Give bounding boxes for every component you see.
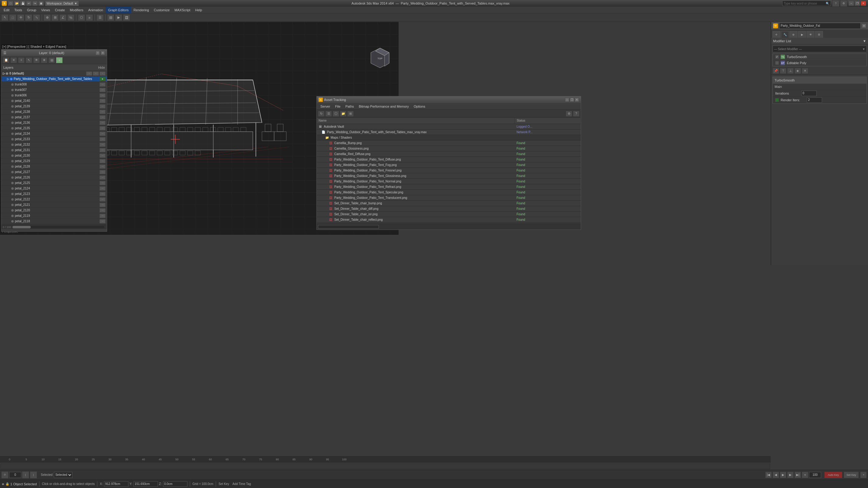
menu-animation[interactable]: Animation bbox=[86, 7, 105, 13]
modifier-check-icon[interactable]: ✓ bbox=[775, 55, 779, 59]
layer-item[interactable]: ▷ 0 (default) · · · bbox=[2, 71, 107, 76]
modifier-check-icon[interactable] bbox=[775, 61, 779, 65]
modifier-show-end-btn[interactable]: ⊤ bbox=[780, 68, 786, 74]
asset-menu-server[interactable]: Server bbox=[318, 104, 333, 109]
menu-edit[interactable]: Edit bbox=[1, 7, 12, 13]
menu-customize[interactable]: Customize bbox=[152, 7, 172, 13]
table-row[interactable]: 🖼 Party_Wedding_Outdoor_Patio_Tent_Fresn… bbox=[317, 167, 581, 173]
help-search-btn[interactable]: ? bbox=[832, 0, 839, 7]
layers-help-btn[interactable]: ? bbox=[96, 51, 100, 55]
set-key-btn[interactable]: Set Key bbox=[844, 471, 859, 478]
tab-display[interactable]: 👁 bbox=[807, 31, 814, 38]
table-row[interactable]: 📄 Party_Wedding_Outdoor_Patio_Tent_with_… bbox=[317, 129, 581, 135]
prev-frame-btn[interactable]: ◀ bbox=[772, 471, 779, 478]
layer-item[interactable]: petal_2137 ··· bbox=[2, 115, 107, 120]
save-btn[interactable]: 💾 bbox=[20, 1, 26, 6]
modifier-show-below-btn[interactable]: ⊥ bbox=[787, 68, 794, 74]
asset-menu-bitmap-perf[interactable]: Bitmap Performance and Memory bbox=[356, 104, 411, 109]
scale-tool[interactable]: ⤡ bbox=[33, 14, 40, 21]
percent-snap-tool[interactable]: % bbox=[67, 14, 74, 21]
right-panel-close-btn[interactable]: ✕ bbox=[862, 24, 866, 28]
asset-close-btn[interactable]: ✕ bbox=[575, 98, 579, 102]
layers-delete-btn[interactable]: ✕ bbox=[10, 57, 17, 63]
layer-item[interactable]: petal_2128 ··· bbox=[2, 164, 107, 169]
rotate-tool[interactable]: ↻ bbox=[25, 14, 32, 21]
minimize-btn[interactable]: − bbox=[848, 1, 854, 6]
tab-utilities[interactable]: ⚙ bbox=[815, 31, 823, 38]
asset-refresh-btn[interactable]: ↻ bbox=[318, 111, 324, 117]
layer-item[interactable]: petal_2124 ··· bbox=[2, 186, 107, 191]
table-row[interactable]: 🖼 Party_Wedding_Outdoor_Patio_Tent_Trans… bbox=[317, 195, 581, 200]
mirror-tool[interactable]: ⬡ bbox=[78, 14, 85, 21]
tab-create[interactable]: ✛ bbox=[772, 31, 780, 38]
reference-tool[interactable]: ⊕ bbox=[43, 14, 51, 21]
next-frame-btn[interactable]: ▶ bbox=[787, 471, 794, 478]
auto-key-btn[interactable]: Auto Key bbox=[824, 471, 842, 478]
asset-path-btn[interactable]: 📁 bbox=[340, 111, 346, 117]
timeline-track[interactable] bbox=[0, 462, 771, 470]
layers-hide-btn[interactable]: 👁 bbox=[33, 57, 40, 63]
layer-vis-btn[interactable]: ■ bbox=[99, 77, 105, 81]
asset-select-all-btn[interactable]: ⊞ bbox=[347, 111, 354, 117]
table-row[interactable]: 🖼 Party_Wedding_Outdoor_Patio_Tent_Diffu… bbox=[317, 157, 581, 162]
layer-item[interactable]: trunk006 ··· bbox=[2, 93, 107, 98]
asset-restore-btn[interactable]: ❐ bbox=[570, 98, 574, 102]
modifier-pin-btn[interactable]: 📌 bbox=[772, 68, 779, 74]
align-tool[interactable]: ≡ bbox=[86, 14, 93, 21]
restore-btn[interactable]: ❐ bbox=[855, 1, 860, 6]
workspace-dropdown[interactable]: Workspace: Default ▼ bbox=[45, 1, 79, 6]
move-tool[interactable]: ✛ bbox=[17, 14, 24, 21]
menu-modifiers[interactable]: Modifiers bbox=[67, 7, 86, 13]
table-row[interactable]: 🖼 Party_Wedding_Outdoor_Patio_Tent_Fog.p… bbox=[317, 162, 581, 167]
layer-item[interactable]: petal_2120 ··· bbox=[2, 208, 107, 213]
layer-item[interactable]: petal_2122 ··· bbox=[2, 197, 107, 202]
layer-item[interactable]: petal_2123 ··· bbox=[2, 191, 107, 197]
layer-item[interactable]: petal_2132 ··· bbox=[2, 142, 107, 148]
ts-render-checkbox[interactable] bbox=[775, 98, 779, 102]
x-value[interactable] bbox=[104, 481, 128, 487]
modifier-make-unique-btn[interactable]: ◈ bbox=[794, 68, 801, 74]
layer-item[interactable]: petal_2138 ··· bbox=[2, 109, 107, 115]
layers-select-btn[interactable]: ↖ bbox=[26, 57, 32, 63]
ts-iterations-input[interactable] bbox=[801, 91, 816, 96]
tab-motion[interactable]: ▶ bbox=[798, 31, 806, 38]
asset-settings-btn[interactable]: ⚙ bbox=[566, 111, 572, 117]
render-scene-btn[interactable]: ▣ bbox=[38, 1, 44, 6]
layer-item[interactable]: petal_2130 ··· bbox=[2, 153, 107, 158]
layers-render-btn[interactable]: ▤ bbox=[49, 57, 55, 63]
angle-snap-tool[interactable]: ∠ bbox=[59, 14, 67, 21]
menu-maxscript[interactable]: MAXScript bbox=[172, 7, 193, 13]
end-frame-display[interactable] bbox=[809, 472, 821, 478]
go-to-end-btn[interactable]: ▶| bbox=[794, 471, 801, 478]
modifier-turbosmooth[interactable]: ✓ TS TurboSmooth bbox=[773, 54, 866, 60]
layer-item[interactable]: trunk007 ··· bbox=[2, 87, 107, 93]
table-row[interactable]: 🖼 Party_Wedding_Outdoor_Patio_Tent_Specu… bbox=[317, 189, 581, 195]
select-region-tool[interactable]: □ bbox=[9, 14, 17, 21]
table-row[interactable]: 🏛 Autodesk Vault Logged O... bbox=[317, 124, 581, 129]
network-btn[interactable]: ⚙ bbox=[840, 0, 847, 7]
layer-item[interactable]: petal_2139 ··· bbox=[2, 104, 107, 109]
modifier-dropdown[interactable]: — Select Modifier — ▼ bbox=[772, 45, 867, 52]
asset-menu-paths[interactable]: Paths bbox=[343, 104, 356, 109]
render-setup-btn[interactable]: ▤ bbox=[107, 14, 114, 21]
table-row[interactable]: 🖼 Party_Wedding_Outdoor_Patio_Tent_Refra… bbox=[317, 184, 581, 189]
menu-group[interactable]: Group bbox=[25, 7, 39, 13]
layers-list[interactable]: ▷ 0 (default) · · · ▷ Party_Wedding_Outd… bbox=[2, 71, 107, 225]
layer-controls[interactable]: ··· bbox=[99, 83, 105, 87]
timeline-ruler[interactable]: 0 5 10 15 20 25 30 35 40 45 50 55 60 65 … bbox=[0, 456, 771, 462]
select-tool[interactable]: ↖ bbox=[1, 14, 8, 21]
asset-menu-options[interactable]: Options bbox=[411, 104, 428, 109]
asset-list-btn[interactable]: ☰ bbox=[325, 111, 332, 117]
modifier-remove-btn[interactable]: ✕ bbox=[802, 68, 808, 74]
key-mode-btn[interactable]: ⋄ bbox=[802, 471, 808, 478]
modifier-editable-poly[interactable]: EP Editable Poly bbox=[773, 60, 866, 66]
timeline-contract-btn[interactable]: ⟩ bbox=[30, 471, 37, 479]
timeline-expand-btn[interactable]: ⟨ bbox=[22, 471, 29, 479]
layer-item[interactable]: petal_2131 ··· bbox=[2, 148, 107, 153]
layers-hide-label[interactable]: Hide bbox=[98, 66, 105, 69]
layer-vis-btn[interactable]: · bbox=[86, 71, 92, 76]
menu-tools[interactable]: Tools bbox=[12, 7, 25, 13]
go-to-start-btn[interactable]: |◀ bbox=[765, 471, 772, 478]
asset-minimize-btn[interactable]: − bbox=[565, 98, 569, 102]
layers-close-btn[interactable]: ✕ bbox=[101, 51, 105, 55]
